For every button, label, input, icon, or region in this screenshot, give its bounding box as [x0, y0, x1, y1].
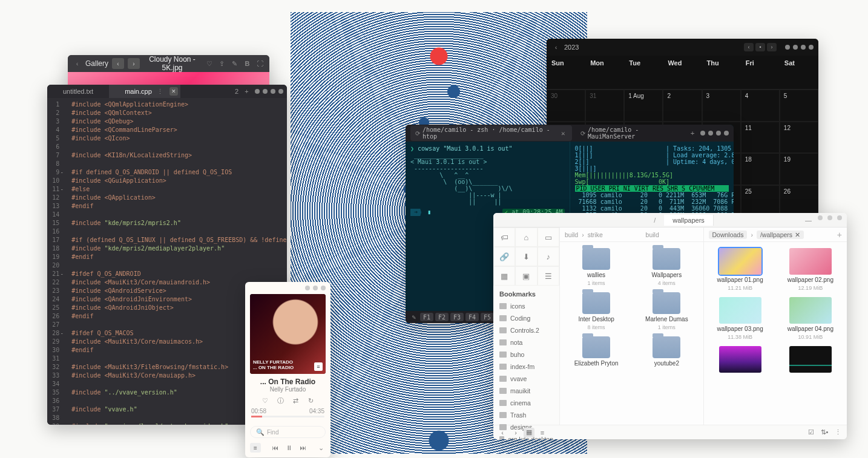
- nav-prev-button[interactable]: ‹: [112, 58, 124, 69]
- add-tab-icon[interactable]: +: [688, 129, 697, 138]
- edit-icon[interactable]: ✎: [230, 59, 239, 68]
- cal-today-button[interactable]: •: [755, 43, 765, 51]
- calendar-cell[interactable]: 11: [741, 122, 780, 153]
- repeat-icon[interactable]: ↻: [306, 396, 315, 405]
- pen-icon[interactable]: ✎: [409, 313, 418, 322]
- calendar-cell[interactable]: 30: [547, 90, 585, 121]
- file-item[interactable]: [779, 346, 842, 376]
- bookmark-item[interactable]: mauikit: [493, 385, 559, 397]
- window-controls[interactable]: [700, 131, 729, 136]
- file-item[interactable]: wallpaper 04.png10.91 MiB: [779, 297, 842, 340]
- calendar-year[interactable]: 2023: [564, 44, 579, 51]
- view-list-button[interactable]: ≡: [537, 428, 548, 437]
- nav-fwd-button[interactable]: ›: [510, 428, 521, 437]
- breadcrumb[interactable]: build: [565, 231, 578, 238]
- bookmark-item[interactable]: buho: [493, 348, 559, 361]
- queue-button[interactable]: ≡: [250, 443, 261, 453]
- calendar-cell[interactable]: 18: [741, 153, 780, 185]
- home-icon[interactable]: ⌂: [515, 227, 537, 247]
- bookmark-item[interactable]: cinema: [493, 397, 559, 409]
- bookmark-item[interactable]: index-fm: [493, 361, 559, 373]
- image-icon[interactable]: ▦: [493, 266, 515, 286]
- calendar-cell[interactable]: 2: [663, 90, 702, 121]
- path-tab-active[interactable]: wallpapers: [664, 215, 714, 226]
- folder-item[interactable]: wallies1 items: [565, 248, 628, 286]
- add-path-icon[interactable]: +: [837, 230, 842, 240]
- chevron-left-icon[interactable]: ‹: [551, 43, 561, 52]
- desktop-icon[interactable]: ▭: [538, 227, 559, 247]
- minimize-icon[interactable]: —: [804, 215, 813, 224]
- cal-prev-button[interactable]: ‹: [744, 43, 754, 51]
- progress-bar[interactable]: [251, 416, 324, 417]
- reload-icon[interactable]: ⟳: [580, 130, 585, 137]
- calendar-cell[interactable]: 26: [780, 185, 818, 217]
- nav-back-button[interactable]: ‹: [497, 428, 508, 437]
- window-controls[interactable]: [785, 45, 814, 50]
- bookmark-item[interactable]: Trash: [493, 409, 559, 421]
- editor-tab[interactable]: untitled.txt: [47, 85, 109, 98]
- prev-icon[interactable]: ⏮: [271, 443, 280, 453]
- folder-item[interactable]: youtube2: [635, 336, 698, 368]
- editor-tab-active[interactable]: main.cpp ⋮ ✕: [109, 85, 180, 98]
- bookmark-item[interactable]: Controls.2: [493, 324, 559, 336]
- bold-icon[interactable]: B: [243, 59, 252, 68]
- close-icon[interactable]: ✕: [795, 231, 800, 238]
- info-icon[interactable]: ⓘ: [276, 396, 285, 405]
- calendar-cell[interactable]: 25: [741, 185, 780, 217]
- menu-button[interactable]: ⋮: [832, 428, 843, 437]
- tag-icon[interactable]: 🏷: [493, 227, 515, 247]
- share-icon[interactable]: ⇪: [217, 59, 226, 68]
- calendar-cell[interactable]: 31: [585, 90, 624, 121]
- window-controls[interactable]: [305, 286, 326, 290]
- file-item[interactable]: wallpaper 01.png11.21 MiB: [709, 248, 772, 291]
- music-icon[interactable]: ♪: [538, 247, 559, 266]
- back-label[interactable]: Gallery: [85, 59, 108, 68]
- folder-item[interactable]: Inter Desktop8 items: [565, 292, 628, 330]
- close-icon[interactable]: ✕: [169, 87, 178, 96]
- shuffle-icon[interactable]: ⇄: [291, 396, 300, 405]
- document-icon[interactable]: ☰: [538, 266, 559, 286]
- file-item[interactable]: wallpaper 03.png11.38 MiB: [709, 297, 772, 340]
- calendar-cell[interactable]: 1 Aug: [624, 90, 663, 121]
- bookmark-item[interactable]: icons: [493, 300, 559, 312]
- search-input[interactable]: 🔍 Find: [250, 426, 326, 438]
- close-icon[interactable]: ✕: [559, 129, 567, 138]
- path-tab[interactable]: /: [645, 215, 664, 226]
- link-icon[interactable]: 🔗: [493, 247, 515, 266]
- calendar-cell[interactable]: 3: [702, 90, 741, 121]
- path-chip[interactable]: /wallpapers✕: [757, 231, 804, 239]
- view-grid-button[interactable]: ▦: [524, 428, 534, 437]
- pause-icon[interactable]: ⏸: [284, 443, 294, 453]
- terminal-tab[interactable]: ⟳ /home/camilo - zsh · /home/camilo - ht…: [410, 125, 572, 141]
- breadcrumb[interactable]: build: [607, 231, 699, 238]
- reload-icon[interactable]: ⟳: [415, 130, 420, 137]
- folder-item[interactable]: Wallpapers4 items: [635, 248, 698, 286]
- fn-key[interactable]: F5: [481, 313, 494, 321]
- file-item[interactable]: wallpaper 02.png12.19 MiB: [779, 248, 842, 291]
- select-button[interactable]: ☑: [806, 428, 817, 437]
- window-controls[interactable]: [255, 89, 283, 94]
- bookmark-item[interactable]: Coding: [493, 312, 559, 324]
- calendar-cell[interactable]: 5: [780, 90, 818, 121]
- fn-key[interactable]: F2: [435, 313, 449, 321]
- calendar-cell[interactable]: 4: [741, 90, 780, 121]
- sort-button[interactable]: ⇅•: [819, 428, 830, 437]
- album-cover[interactable]: NELLY FURTADO ... ON THE RADIO ≡: [250, 294, 326, 374]
- fn-key[interactable]: F4: [465, 313, 479, 321]
- terminal-tab[interactable]: ⟳ /home/camilo - MauiManServer: [576, 125, 685, 141]
- folder-item[interactable]: Marlene Dumas1 items: [635, 292, 698, 330]
- download-icon[interactable]: ⬇: [515, 247, 537, 266]
- path-chip[interactable]: Downloads: [709, 231, 748, 239]
- fullscreen-icon[interactable]: ⛶: [255, 59, 265, 68]
- chevron-down-icon[interactable]: ⌄: [317, 443, 326, 453]
- bookmark-item[interactable]: nota: [493, 336, 559, 348]
- heart-icon[interactable]: ♡: [205, 59, 214, 68]
- window-dot[interactable]: [818, 215, 823, 220]
- fn-key[interactable]: F3: [450, 313, 464, 321]
- window-dot[interactable]: [837, 215, 842, 220]
- calendar-cell[interactable]: 12: [780, 122, 818, 153]
- fn-key[interactable]: F1: [420, 313, 433, 321]
- next-icon[interactable]: ⏭: [298, 443, 307, 453]
- heart-icon[interactable]: ♡: [261, 396, 270, 405]
- file-item[interactable]: [709, 346, 772, 376]
